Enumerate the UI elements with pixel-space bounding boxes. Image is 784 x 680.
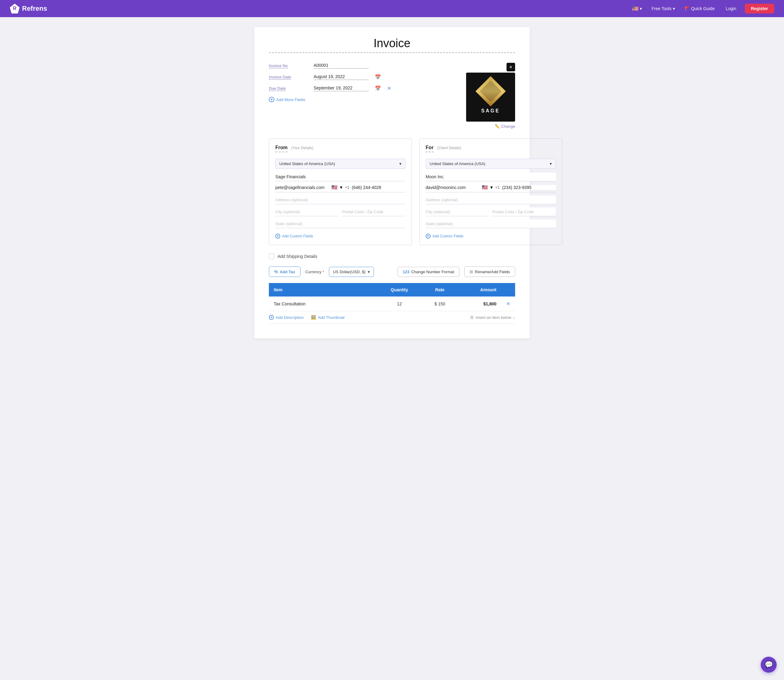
from-name-input[interactable] — [275, 172, 405, 181]
add-description-label: Add Description — [276, 315, 304, 320]
brand-logo[interactable]: Refrens — [10, 4, 47, 14]
for-phone-code: +1 — [495, 185, 500, 190]
for-country-select[interactable]: United States of America (USA) ▾ — [426, 159, 556, 169]
quick-guide-link[interactable]: 🚩 Quick Guide — [682, 5, 717, 12]
due-date-clear-icon[interactable]: ✕ — [387, 85, 391, 91]
currency-label: Currency * — [305, 269, 324, 274]
currency-chevron: ▾ — [368, 269, 370, 274]
grid-icon: ⊞ — [470, 269, 473, 274]
invoice-no-value[interactable]: A00001 — [314, 63, 369, 69]
from-add-custom-fields[interactable]: + Add Custom Fields — [275, 234, 405, 239]
quick-guide-label: Quick Guide — [691, 6, 715, 11]
thumbnail-icon: 🖼️ — [311, 315, 316, 320]
from-custom-plus-icon: + — [275, 234, 280, 239]
col-actions — [501, 283, 515, 296]
fields-left: Invoice No A00001 Invoice Date August 19… — [269, 63, 448, 129]
item-quantity-cell[interactable]: 12 — [376, 296, 423, 311]
shipping-label: Add Shipping Details — [278, 254, 317, 259]
due-date-label[interactable]: Due Date — [269, 86, 309, 91]
col-item: Item — [269, 283, 376, 296]
from-phone-flag: 🇺🇸 — [332, 184, 338, 190]
for-country-value: United States of America (USA) — [430, 161, 485, 166]
calendar-icon[interactable]: 📅 — [375, 74, 381, 80]
due-date-calendar-icon[interactable]: 📅 — [375, 85, 381, 91]
from-country-select[interactable]: United States of America (USA) ▾ — [275, 159, 405, 169]
table-body: 12 $ 150 $1,800 ✕ — [269, 296, 515, 311]
col-quantity: Quantity — [376, 283, 423, 296]
main-container: Invoice Invoice No A00001 Invoice Date A… — [0, 17, 784, 348]
from-phone-input[interactable] — [352, 185, 405, 190]
item-name-input[interactable] — [274, 301, 371, 306]
invoice-title: Invoice — [269, 37, 515, 53]
from-box: From (Your Details) United States of Ame… — [269, 139, 412, 245]
for-contact-row: 🇺🇸 ▾ +1 — [426, 184, 556, 192]
invoice-no-label[interactable]: Invoice No — [269, 63, 309, 68]
rename-add-fields-button[interactable]: ⊞ Rename/Add Fields — [464, 266, 515, 277]
for-name-input[interactable] — [426, 172, 556, 181]
from-postal-input[interactable] — [342, 207, 405, 216]
for-phone-dropdown-icon[interactable]: ▾ — [490, 184, 493, 190]
currency-value: US Dollar(USD, $) — [333, 269, 365, 274]
insert-item-down-icon: ↓ — [513, 315, 515, 320]
shipping-checkbox[interactable] — [269, 253, 274, 259]
logo-change-button[interactable]: ✏️ Change — [495, 124, 515, 129]
change-number-format-label: Change Number Format — [411, 269, 454, 274]
from-country-chevron: ▾ — [399, 161, 402, 166]
items-table: Item Quantity Rate Amount 12 $ 150 — [269, 283, 515, 311]
add-more-fields-button[interactable]: + Add More Fields — [269, 97, 448, 102]
logo-change-label: Change — [501, 124, 515, 129]
for-title: For — [426, 145, 434, 152]
for-email-input[interactable] — [426, 185, 479, 190]
free-tools-chevron: ▾ — [673, 6, 675, 11]
flag-dropdown[interactable]: 🇺🇸 ▾ — [629, 4, 644, 13]
item-delete-cell: ✕ — [501, 296, 515, 311]
change-number-format-button[interactable]: 123 Change Number Format — [397, 267, 459, 277]
currency-select[interactable]: US Dollar(USD, $) ▾ — [329, 267, 374, 277]
for-phone-input[interactable] — [502, 185, 556, 190]
add-tax-label: Add Tax — [280, 269, 295, 274]
table-row: 12 $ 150 $1,800 ✕ — [269, 296, 515, 311]
chat-bubble-button[interactable]: 💬 — [761, 657, 777, 673]
for-city-input[interactable] — [426, 207, 489, 216]
add-tax-button[interactable]: % Add Tax — [269, 266, 300, 277]
free-tools-label: Free Tools — [652, 6, 672, 11]
for-postal-input[interactable] — [492, 207, 556, 216]
add-thumbnail-button[interactable]: 🖼️ Add Thumbnail — [311, 315, 344, 320]
for-title-row: For (Client Details) — [426, 145, 556, 155]
invoice-no-row: Invoice No A00001 — [269, 63, 448, 69]
invoice-date-label[interactable]: Invoice Date — [269, 75, 309, 79]
for-address-input[interactable] — [426, 195, 556, 204]
from-title: From — [275, 145, 288, 152]
top-section: Invoice No A00001 Invoice Date August 19… — [269, 63, 515, 129]
from-phone-dropdown-icon[interactable]: ▾ — [340, 184, 343, 190]
flag-chevron: ▾ — [640, 6, 642, 11]
brand-icon — [10, 4, 20, 14]
for-add-custom-fields[interactable]: + Add Custom Fields — [426, 234, 556, 239]
add-description-button[interactable]: + Add Description — [269, 315, 304, 320]
shipping-row: Add Shipping Details — [269, 253, 515, 259]
item-delete-button[interactable]: ✕ — [506, 301, 510, 306]
navbar: Refrens 🇺🇸 ▾ Free Tools ▾ 🚩 Quick Guide … — [0, 0, 784, 17]
items-bottom-row: + Add Description 🖼️ Add Thumbnail ☰ Ins… — [269, 311, 515, 324]
insert-item-below-button[interactable]: ☰ Insert an item below ↓ — [470, 315, 515, 320]
col-rate: Rate — [422, 283, 457, 296]
invoice-date-row: Invoice Date August 19, 2022 📅 — [269, 74, 448, 80]
due-date-value[interactable]: September 19, 2022 — [314, 85, 369, 91]
currency-required: * — [322, 269, 324, 274]
login-button[interactable]: Login — [722, 5, 740, 12]
from-for-section: From (Your Details) United States of Ame… — [269, 139, 515, 245]
from-address-input[interactable] — [275, 195, 405, 204]
invoice-date-value[interactable]: August 19, 2022 — [314, 74, 369, 80]
from-email-input[interactable] — [275, 185, 329, 190]
pencil-icon: ✏️ — [495, 124, 500, 129]
logo-close-button[interactable]: ✕ — [506, 63, 515, 71]
free-tools-menu[interactable]: Free Tools ▾ — [649, 5, 677, 12]
for-state-input[interactable] — [426, 219, 556, 228]
item-rate-cell[interactable]: $ 150 — [422, 296, 457, 311]
from-country-value: United States of America (USA) — [279, 161, 335, 166]
from-state-input[interactable] — [275, 219, 405, 228]
for-custom-plus-icon: + — [426, 234, 430, 239]
add-thumbnail-label: Add Thumbnail — [318, 315, 344, 320]
register-button[interactable]: Register — [745, 4, 774, 14]
from-city-input[interactable] — [275, 207, 338, 216]
